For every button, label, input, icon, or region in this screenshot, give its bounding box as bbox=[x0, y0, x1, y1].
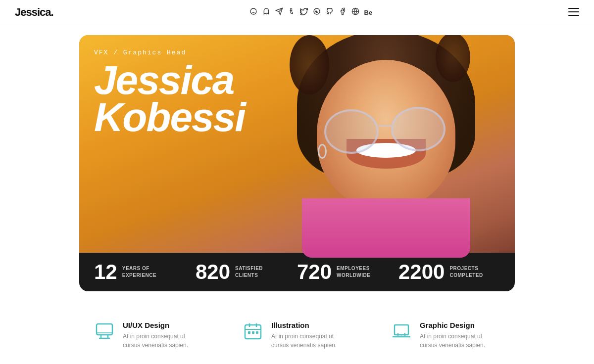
dribbble-icon[interactable] bbox=[351, 7, 359, 17]
stat-clients: 820 SATISFIED CLIENTS bbox=[196, 262, 297, 282]
hero-text-block: VFX / Graphics Head Jessica Kobessi bbox=[94, 49, 245, 136]
svg-point-22 bbox=[401, 334, 402, 336]
whatsapp-icon[interactable] bbox=[313, 7, 321, 17]
skill-uiux-text: UI/UX Design At in proin consequat ut cu… bbox=[123, 321, 203, 350]
hero-image: VFX / Graphics Head Jessica Kobessi bbox=[79, 35, 515, 253]
facebook-icon[interactable] bbox=[339, 7, 346, 17]
svg-point-0 bbox=[250, 8, 256, 14]
skill-illustration-text: Illustration At in proin consequat ut cu… bbox=[271, 321, 351, 350]
skill-illustration: Illustration At in proin consequat ut cu… bbox=[243, 321, 351, 350]
svg-rect-18 bbox=[395, 325, 408, 335]
tumblr-icon[interactable] bbox=[288, 7, 295, 17]
social-icons-bar: Be bbox=[249, 7, 373, 17]
stat-experience: 12 YEARS OF EXPERIENCE bbox=[94, 262, 196, 282]
calendar-icon bbox=[243, 321, 263, 342]
svg-rect-15 bbox=[248, 331, 250, 334]
skills-section: UI/UX Design At in proin consequat ut cu… bbox=[79, 301, 515, 364]
laptop-icon bbox=[391, 321, 412, 342]
hero-name: Jessica Kobessi bbox=[94, 61, 245, 136]
ghost-icon[interactable] bbox=[262, 7, 270, 17]
skill-graphic: Graphic Design At in proin consequat ut … bbox=[391, 321, 500, 350]
twitter-icon[interactable] bbox=[300, 7, 308, 17]
skill-graphic-text: Graphic Design At in proin consequat ut … bbox=[420, 321, 500, 350]
svg-rect-17 bbox=[256, 331, 258, 334]
telegram-icon[interactable] bbox=[275, 7, 283, 17]
skill-uiux: UI/UX Design At in proin consequat ut cu… bbox=[94, 321, 203, 350]
stat-employees: 720 EMPLOYEES WORLDWIDE bbox=[297, 262, 398, 282]
stats-bar: 12 YEARS OF EXPERIENCE 820 SATISFIED CLI… bbox=[79, 253, 515, 291]
svg-rect-3 bbox=[568, 8, 579, 9]
logo: Jessica. bbox=[15, 6, 53, 19]
hero-subtitle: VFX / Graphics Head bbox=[94, 49, 245, 56]
hero-section: VFX / Graphics Head Jessica Kobessi 12 Y… bbox=[79, 35, 515, 291]
svg-rect-16 bbox=[252, 331, 254, 334]
github-icon[interactable] bbox=[326, 7, 334, 17]
svg-rect-4 bbox=[568, 11, 579, 12]
hamburger-menu[interactable] bbox=[568, 6, 579, 19]
snapchat-icon[interactable] bbox=[249, 7, 257, 17]
stat-projects: 2200 PROJECTS COMPLETED bbox=[398, 262, 500, 282]
monitor-icon bbox=[94, 321, 115, 342]
svg-rect-5 bbox=[568, 15, 579, 16]
behance-icon[interactable]: Be bbox=[364, 9, 373, 16]
